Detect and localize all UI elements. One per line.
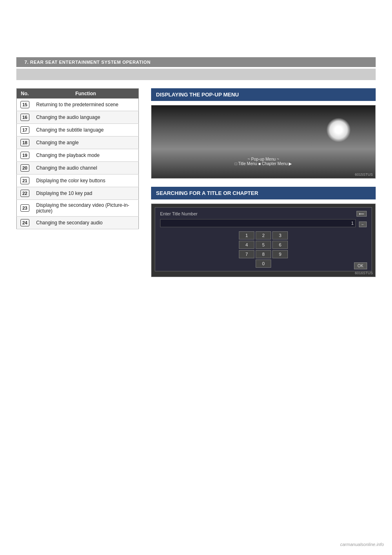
popup-menu-header: DISPLAYING THE POP-UP MENU [151, 88, 376, 101]
table-row: 19Changing the playback mode [17, 149, 139, 162]
table-cell-function: Displaying the color key buttons [33, 175, 139, 187]
number-badge: 24 [20, 219, 29, 226]
number-badge: 20 [20, 164, 29, 172]
numpad-key-4[interactable]: 4 [239, 241, 254, 249]
table-cell-function: Changing the subtitle language [33, 124, 139, 137]
numpad-delete-btn[interactable]: ← [359, 222, 367, 227]
numpad-title: Enter Title Number [160, 211, 198, 216]
right-panel: DISPLAYING THE POP-UP MENU ~ Pop-up Menu… [151, 88, 376, 277]
numpad-ok-btn[interactable]: OK [354, 262, 367, 269]
numpad-key-6[interactable]: 6 [272, 241, 288, 249]
table-row: 22Displaying the 10 key pad [17, 187, 139, 200]
col-header-function: Function [33, 89, 139, 99]
table-cell-no: 15 [17, 98, 33, 111]
table-cell-function: Returning to the predetermined scene [33, 98, 139, 111]
page-header: 7. REAR SEAT ENTERTAINMENT SYSTEM OPERAT… [16, 57, 376, 67]
numpad-key-3[interactable]: 3 [272, 231, 288, 239]
numpad-key-9[interactable]: 9 [272, 250, 288, 258]
section-bar [16, 69, 376, 80]
number-badge: 23 [20, 204, 29, 212]
numpad-display-row: 1 ← [160, 219, 367, 230]
table-row: 16Changing the audio language [17, 111, 139, 124]
table-row: 23Displaying the secondary video (Pictur… [17, 200, 139, 217]
table-row: 17Changing the subtitle language [17, 124, 139, 137]
left-panel: No. Function 15Returning to the predeter… [16, 88, 139, 277]
number-badge: 18 [20, 139, 29, 146]
number-badge: 16 [20, 114, 29, 121]
popup-overlay-text: ~ Pop-up Menu ~ □ Title Menu ■ Chapter M… [235, 157, 292, 166]
table-row: 15Returning to the predetermined scene [17, 98, 139, 111]
table-row: 18Changing the angle [17, 137, 139, 149]
table-cell-no: 24 [17, 217, 33, 229]
number-badge: 15 [20, 101, 29, 108]
numpad-key-1[interactable]: 1 [239, 231, 254, 239]
table-cell-no: 17 [17, 124, 33, 137]
popup-code-tag: 6015STUS [355, 172, 373, 177]
number-badge: 19 [20, 152, 29, 159]
table-cell-function: Displaying the secondary video (Picture-… [33, 200, 139, 217]
table-cell-function: Changing the secondary audio [33, 217, 139, 229]
numpad-screen: Enter Title Number ⟵ 1 ← 1234567890 [155, 207, 372, 271]
table-cell-function: Displaying the 10 key pad [33, 187, 139, 200]
watermark: carmanualsonline.info [340, 542, 384, 547]
numpad-key-2[interactable]: 2 [256, 231, 271, 239]
table-cell-no: 23 [17, 200, 33, 217]
table-cell-no: 20 [17, 162, 33, 175]
numpad-key-8[interactable]: 8 [256, 250, 271, 258]
number-badge: 21 [20, 177, 29, 184]
table-cell-no: 16 [17, 111, 33, 124]
sun-graphic [326, 118, 351, 142]
table-row: 21Displaying the color key buttons [17, 175, 139, 187]
col-header-no: No. [17, 89, 33, 99]
numpad-screen-container: Enter Title Number ⟵ 1 ← 1234567890 OK 6… [151, 204, 376, 277]
table-cell-no: 18 [17, 137, 33, 149]
table-row: 20Changing the audio channel [17, 162, 139, 175]
table-cell-function: Changing the playback mode [33, 149, 139, 162]
search-section-header: SEARCHING FOR A TITLE OR CHAPTER [151, 187, 376, 199]
numpad-key-0[interactable]: 0 [256, 260, 271, 268]
number-badge: 17 [20, 126, 29, 134]
table-cell-no: 22 [17, 187, 33, 200]
numpad-display-value: 1 [351, 221, 354, 226]
numpad-header: Enter Title Number ⟵ [160, 211, 367, 217]
table-cell-no: 21 [17, 175, 33, 187]
table-cell-no: 19 [17, 149, 33, 162]
table-cell-function: Changing the audio channel [33, 162, 139, 175]
table-row: 24Changing the secondary audio [17, 217, 139, 229]
table-cell-function: Changing the angle [33, 137, 139, 149]
popup-menu-screen: ~ Pop-up Menu ~ □ Title Menu ■ Chapter M… [151, 105, 376, 179]
number-badge: 22 [20, 190, 29, 197]
numpad-key-7[interactable]: 7 [239, 250, 254, 258]
table-cell-function: Changing the audio language [33, 111, 139, 124]
function-table: No. Function 15Returning to the predeter… [16, 88, 139, 229]
numpad-keys: 1234567890 [239, 231, 288, 268]
numpad-key-5[interactable]: 5 [256, 241, 271, 249]
numpad-display: 1 [160, 219, 356, 227]
numpad-back-btn[interactable]: ⟵ [356, 211, 367, 217]
numpad-code-tag: 6016STUS [355, 271, 373, 275]
